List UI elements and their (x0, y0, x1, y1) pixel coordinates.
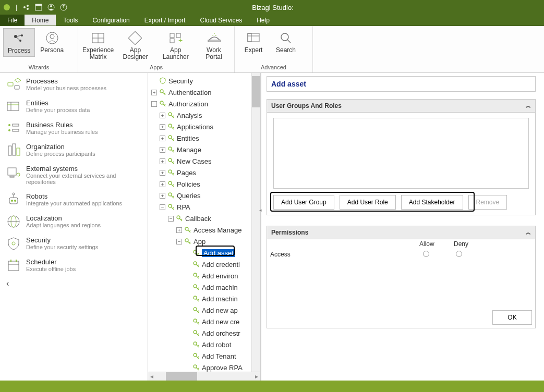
tree-node-rpa[interactable]: −RPA (150, 201, 251, 213)
add-user-group-button[interactable]: Add User Group (273, 195, 334, 210)
ribbon-group-wizards-label: Wizards (3, 63, 75, 71)
tree-node-access-manage[interactable]: +Access Manage (150, 224, 251, 236)
sidebar-item-entities[interactable]: EntitiesDefine your process data (0, 95, 148, 117)
titlebar: | Bizagi Studio: (0, 0, 544, 15)
svg-point-26 (281, 33, 288, 41)
sidebar-item-organization[interactable]: OrganizationDefine process participants (0, 139, 148, 161)
tree-label: Callback (185, 215, 211, 223)
tree-node-app-child-5[interactable]: Add new ap (150, 304, 251, 316)
tree-hscroll[interactable]: ◂▸ (148, 372, 260, 381)
key-icon (184, 238, 191, 245)
menu-file[interactable]: File (0, 15, 25, 26)
tree-label: Authorization (168, 100, 208, 108)
tree-node-applications[interactable]: +Applications (150, 121, 251, 132)
access-deny-radio[interactable] (456, 251, 462, 257)
remove-button[interactable]: Remove (468, 195, 507, 210)
ribbon-app-launcher[interactable]: + App Launcher (156, 28, 196, 63)
ribbon-search[interactable]: Search (270, 28, 301, 56)
tree-node-pages[interactable]: +Pages (150, 167, 251, 178)
tree-label: Add orchestr (202, 329, 240, 337)
svg-rect-20 (170, 39, 174, 43)
tree-node-app-child-10[interactable]: Approve RPA (150, 362, 251, 372)
tree-label: Add new ap (202, 307, 238, 314)
collapse-icon[interactable]: ︽ (526, 102, 531, 109)
ribbon-persona-label: Persona (40, 47, 64, 54)
tree-node-app[interactable]: −App (150, 236, 251, 247)
tree-label: New Cases (177, 157, 211, 165)
svg-line-109 (198, 288, 199, 289)
sb-sub: Define your process data (26, 107, 90, 113)
tree-node-app-child-2[interactable]: Add environ (150, 270, 251, 281)
ribbon-experience-matrix[interactable]: Experience Matrix (81, 28, 115, 63)
key-icon (176, 215, 183, 222)
menu-cloud-services[interactable]: Cloud Services (192, 15, 249, 26)
svg-rect-29 (15, 85, 19, 89)
ribbon-app-designer[interactable]: App Designer (116, 28, 154, 63)
content-pane: Add asset User Groups And Roles ︽ Add Us… (261, 73, 544, 381)
tree-node-manage[interactable]: +Manage (150, 144, 251, 155)
tree-node-app-child-0[interactable]: Add asset (150, 247, 251, 259)
svg-line-67 (173, 127, 174, 128)
tree-node-app-child-6[interactable]: Add new cre (150, 316, 251, 327)
key-icon (167, 134, 175, 142)
access-allow-radio[interactable] (423, 251, 429, 257)
tree-node-app-child-9[interactable]: Add Tenant (150, 350, 251, 362)
tree-node-queries[interactable]: +Queries (150, 190, 251, 201)
add-stakeholder-button[interactable]: Add Stakeholder (401, 195, 463, 210)
tree-node-app-child-3[interactable]: Add machin (150, 281, 251, 293)
sidebar-item-processes[interactable]: ProcessesModel your business processes (0, 73, 148, 95)
svg-rect-5 (35, 4, 42, 6)
menu-configuration[interactable]: Configuration (85, 15, 137, 26)
collapse-icon[interactable]: ︽ (526, 229, 531, 236)
tree-root-security[interactable]: Security (150, 75, 251, 87)
tree-node-analysis[interactable]: +Analysis (150, 109, 251, 121)
svg-line-97 (189, 242, 190, 243)
sb-title: Security (26, 236, 98, 244)
tree-node-app-child-1[interactable]: Add credenti (150, 259, 251, 270)
tb-icon-1[interactable] (22, 4, 30, 11)
svg-rect-35 (13, 124, 19, 126)
ribbon-work-portal[interactable]: Work Portal (197, 28, 231, 63)
sb-title: Business Rules (26, 121, 98, 129)
tb-icon-2[interactable] (35, 4, 42, 11)
tree-node-policies[interactable]: +Policies (150, 178, 251, 190)
sidebar-back[interactable]: ‹ (0, 276, 148, 291)
tree[interactable]: Security+Authentication−Authorization+An… (148, 73, 251, 372)
ok-button[interactable]: OK (492, 310, 532, 325)
tree-node-app-child-8[interactable]: Add robot (150, 339, 251, 350)
tree-label: Entities (177, 134, 199, 142)
svg-line-127 (198, 357, 199, 358)
key-icon (167, 192, 175, 199)
ribbon-expert[interactable]: Expert (238, 28, 269, 56)
tree-node-app-child-4[interactable]: Add machin (150, 293, 251, 304)
ribbon-process[interactable]: Process (3, 28, 35, 57)
tree-authorization[interactable]: −Authorization (150, 98, 251, 109)
key-icon (192, 249, 200, 256)
menu-tools[interactable]: Tools (56, 15, 85, 26)
sidebar-item-external-systems[interactable]: External systemsConnect your external se… (0, 161, 148, 188)
tb-icon-3[interactable] (47, 4, 55, 11)
sidebar-item-security[interactable]: SecurityDefine your security settings (0, 232, 148, 254)
ribbon-group-advanced-label: Advanced (238, 63, 309, 71)
menu-home[interactable]: Home (25, 15, 56, 26)
menu-help[interactable]: Help (249, 15, 277, 26)
tree-authentication[interactable]: +Authentication (150, 87, 251, 98)
tree-vscroll[interactable] (251, 73, 260, 372)
add-user-role-button[interactable]: Add User Role (340, 195, 396, 210)
groups-listbox[interactable] (273, 118, 529, 189)
splitter-handle[interactable]: ◂ (259, 207, 262, 213)
sb-sub: Execute offline jobs (26, 266, 76, 272)
sidebar-item-business-rules[interactable]: Business RulesManage your business rules (0, 117, 148, 139)
svg-point-2 (27, 5, 29, 7)
sidebar-item-robots[interactable]: RobotsIntegrate your automated applicati… (0, 188, 148, 210)
tb-icon-4[interactable] (60, 4, 67, 11)
sidebar-item-localization[interactable]: LocalizationAdapt languages and regions (0, 210, 148, 232)
tree-node-app-child-7[interactable]: Add orchestr (150, 327, 251, 339)
tree-node-callback[interactable]: −Callback (150, 213, 251, 224)
sidebar: ProcessesModel your business processes E… (0, 73, 148, 381)
sidebar-item-scheduler[interactable]: SchedulerExecute offline jobs (0, 254, 148, 276)
tree-node-entities[interactable]: +Entities (150, 132, 251, 144)
ribbon-persona[interactable]: Persona (36, 28, 68, 57)
menu-export-import[interactable]: Export / Import (137, 15, 193, 26)
tree-node-new-cases[interactable]: +New Cases (150, 155, 251, 167)
